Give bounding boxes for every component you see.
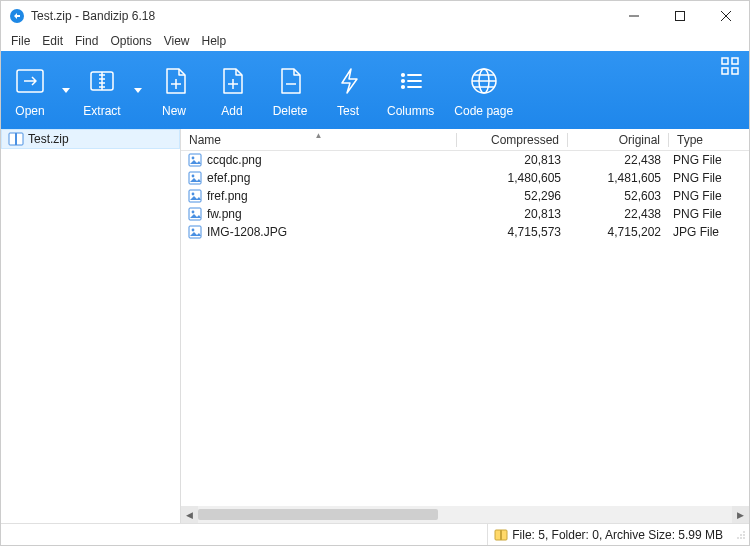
svg-point-7 (401, 74, 403, 76)
extract-button[interactable]: Extract (73, 51, 131, 129)
svg-rect-26 (189, 172, 201, 184)
svg-point-37 (740, 534, 742, 536)
extract-label: Extract (83, 104, 120, 118)
status-archive-info: File: 5, Folder: 0, Archive Size: 5.99 M… (487, 524, 729, 545)
delete-label: Delete (273, 104, 308, 118)
open-button[interactable]: Open (1, 51, 59, 129)
open-dropdown[interactable] (59, 51, 73, 129)
file-type: JPG File (669, 225, 749, 239)
svg-point-11 (401, 86, 403, 88)
archive-status-icon (494, 528, 508, 542)
codepage-label: Code page (454, 104, 513, 118)
file-compressed: 1,480,605 (459, 171, 569, 185)
sort-indicator-icon: ▲ (315, 133, 323, 140)
extract-icon (84, 60, 120, 102)
menu-file[interactable]: File (5, 32, 36, 50)
menu-view[interactable]: View (158, 32, 196, 50)
status-summary-text: File: 5, Folder: 0, Archive Size: 5.99 M… (512, 528, 723, 542)
file-type: PNG File (669, 171, 749, 185)
svg-rect-23 (15, 133, 17, 145)
column-compressed[interactable]: Compressed (457, 133, 567, 147)
codepage-button[interactable]: Code page (444, 51, 523, 129)
add-label: Add (221, 104, 242, 118)
table-row[interactable]: efef.png1,480,6051,481,605PNG File (181, 169, 749, 187)
file-compressed: 4,715,573 (459, 225, 569, 239)
menu-edit[interactable]: Edit (36, 32, 69, 50)
tree-root-item[interactable]: Test.zip (1, 129, 180, 149)
column-type[interactable]: Type (669, 133, 749, 147)
svg-point-29 (192, 193, 195, 196)
columns-label: Columns (387, 104, 434, 118)
view-switch-button[interactable] (721, 51, 749, 129)
delete-button[interactable]: Delete (261, 51, 319, 129)
svg-rect-2 (676, 12, 685, 21)
test-label: Test (337, 104, 359, 118)
resize-grip-icon[interactable] (733, 527, 749, 543)
image-file-icon (187, 170, 203, 186)
maximize-button[interactable] (657, 1, 703, 31)
svg-rect-19 (732, 58, 738, 64)
menu-find[interactable]: Find (69, 32, 104, 50)
svg-point-27 (192, 175, 195, 178)
globe-icon (466, 60, 502, 102)
menubar: File Edit Find Options View Help (1, 31, 749, 51)
minimize-button[interactable] (611, 1, 657, 31)
test-icon (330, 60, 366, 102)
svg-rect-20 (722, 68, 728, 74)
svg-rect-32 (189, 226, 201, 238)
file-list: ccqdc.png20,81322,438PNG Fileefef.png1,4… (181, 151, 749, 506)
menu-options[interactable]: Options (104, 32, 157, 50)
close-button[interactable] (703, 1, 749, 31)
column-name[interactable]: ▲ Name (181, 133, 456, 147)
svg-rect-30 (189, 208, 201, 220)
file-compressed: 20,813 (459, 153, 569, 167)
svg-point-38 (743, 534, 745, 536)
svg-point-31 (192, 211, 195, 214)
scroll-right-icon[interactable]: ▶ (732, 506, 749, 523)
new-icon (156, 60, 192, 102)
column-original[interactable]: Original (568, 133, 668, 147)
column-headers: ▲ Name Compressed Original Type (181, 129, 749, 151)
table-row[interactable]: fw.png20,81322,438PNG File (181, 205, 749, 223)
scroll-thumb[interactable] (198, 509, 438, 520)
main-area: Test.zip ▲ Name Compressed Original Type… (1, 129, 749, 523)
file-original: 52,603 (569, 189, 669, 203)
tree-panel: Test.zip (1, 129, 181, 523)
columns-button[interactable]: Columns (377, 51, 444, 129)
new-button[interactable]: New (145, 51, 203, 129)
svg-rect-21 (732, 68, 738, 74)
archive-icon (8, 131, 24, 147)
svg-point-9 (401, 80, 403, 82)
menu-help[interactable]: Help (196, 32, 233, 50)
table-row[interactable]: ccqdc.png20,81322,438PNG File (181, 151, 749, 169)
image-file-icon (187, 224, 203, 240)
open-icon (12, 60, 48, 102)
extract-dropdown[interactable] (131, 51, 145, 129)
svg-point-25 (192, 157, 195, 160)
file-type: PNG File (669, 153, 749, 167)
file-type: PNG File (669, 207, 749, 221)
file-compressed: 20,813 (459, 207, 569, 221)
table-row[interactable]: IMG-1208.JPG4,715,5734,715,202JPG File (181, 223, 749, 241)
scroll-left-icon[interactable]: ◀ (181, 506, 198, 523)
file-name: ccqdc.png (207, 153, 459, 167)
app-icon (9, 8, 25, 24)
toolbar: Open Extract New Add De (1, 51, 749, 129)
test-button[interactable]: Test (319, 51, 377, 129)
file-name: IMG-1208.JPG (207, 225, 459, 239)
statusbar: File: 5, Folder: 0, Archive Size: 5.99 M… (1, 523, 749, 545)
file-list-panel: ▲ Name Compressed Original Type ccqdc.pn… (181, 129, 749, 523)
table-row[interactable]: fref.png52,29652,603PNG File (181, 187, 749, 205)
svg-point-39 (737, 537, 739, 539)
add-button[interactable]: Add (203, 51, 261, 129)
file-name: fw.png (207, 207, 459, 221)
svg-point-33 (192, 229, 195, 232)
horizontal-scrollbar[interactable]: ◀ ▶ (181, 506, 749, 523)
file-original: 1,481,605 (569, 171, 669, 185)
titlebar: Test.zip - Bandizip 6.18 (1, 1, 749, 31)
svg-rect-18 (722, 58, 728, 64)
file-type: PNG File (669, 189, 749, 203)
image-file-icon (187, 206, 203, 222)
svg-point-41 (743, 537, 745, 539)
svg-rect-28 (189, 190, 201, 202)
